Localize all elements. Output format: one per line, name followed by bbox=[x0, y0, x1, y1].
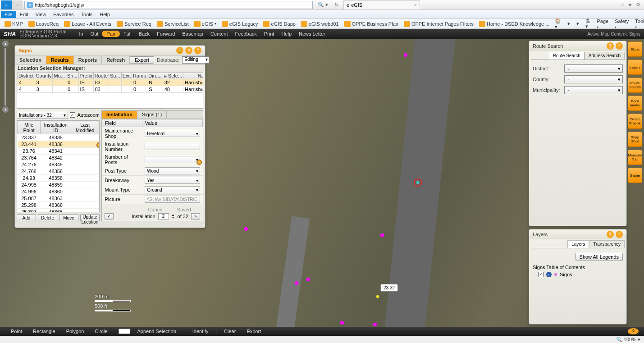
move-button[interactable]: Move bbox=[59, 214, 78, 221]
back-button[interactable]: ← bbox=[1, 0, 12, 9]
tool-snapshot[interactable]: Snap Shot bbox=[628, 132, 642, 147]
installation-row[interactable]: 24.27648349 bbox=[18, 161, 99, 168]
installation-row[interactable]: 24.9348358 bbox=[18, 175, 99, 182]
cancel-link[interactable]: Cancel bbox=[148, 207, 164, 212]
location-row[interactable]: 430IS830S48Harrisburg Expwy bbox=[18, 86, 204, 93]
bt-circle[interactable]: Circle bbox=[89, 329, 113, 334]
list-slider-knob[interactable] bbox=[96, 142, 100, 148]
nav-basemap[interactable]: Basemap bbox=[178, 31, 206, 37]
installation-row[interactable]: 25.39748368 bbox=[18, 209, 99, 213]
property-value[interactable] bbox=[145, 143, 200, 150]
county-select[interactable]: ... bbox=[564, 75, 623, 83]
tab-transparency[interactable]: Transparency bbox=[589, 240, 625, 248]
tab-layers[interactable]: Layers bbox=[567, 240, 589, 248]
bt-point[interactable]: Point bbox=[5, 329, 27, 334]
show-all-legends-button[interactable]: Show All Legends bbox=[575, 253, 623, 261]
tab-reports[interactable]: Reports bbox=[74, 56, 102, 64]
tab-refresh[interactable]: Refresh bbox=[102, 56, 130, 64]
forward-button[interactable]: → bbox=[12, 0, 23, 9]
fav-dsed-knowledge[interactable]: Home - DSED Knowledge ... bbox=[477, 21, 551, 27]
property-value[interactable]: Yes bbox=[145, 177, 200, 184]
lock-icon[interactable]: 🔒 bbox=[176, 47, 183, 54]
nav-forward[interactable]: Forward bbox=[153, 31, 178, 37]
installation-row[interactable]: 23.76448342 bbox=[18, 155, 99, 161]
tab-close-icon[interactable]: × bbox=[414, 2, 417, 8]
nav-print[interactable]: Print bbox=[260, 31, 278, 37]
menu-edit[interactable]: Edit bbox=[16, 11, 32, 18]
print-dropdown[interactable]: 🖶 ▾ bbox=[584, 18, 592, 29]
append-selection-checkbox[interactable] bbox=[119, 329, 130, 334]
sign-marker[interactable] bbox=[404, 53, 407, 57]
tool-bookmarks[interactable]: Book marks bbox=[628, 96, 642, 111]
bt-polygon[interactable]: Polygon bbox=[61, 329, 90, 334]
refresh-icon[interactable]: ↻ bbox=[334, 2, 338, 8]
zoom-slider[interactable]: ▲ ▼ bbox=[2, 41, 9, 113]
export-button[interactable]: Export bbox=[130, 56, 154, 64]
database-select[interactable]: Editing bbox=[182, 56, 209, 64]
tab-route-search[interactable]: Route Search bbox=[549, 52, 585, 59]
page-dropdown[interactable]: Page bbox=[595, 18, 610, 29]
sign-marker[interactable] bbox=[306, 278, 310, 281]
fav-kmp[interactable]: KMP bbox=[3, 21, 25, 27]
minimize-icon[interactable]: ˅ bbox=[616, 231, 623, 238]
autozoom-checkbox[interactable]: ✓ bbox=[70, 112, 75, 118]
menu-view[interactable]: View bbox=[32, 11, 50, 18]
installation-row[interactable]: 24.99548359 bbox=[18, 182, 99, 188]
bt-export[interactable]: Export bbox=[241, 329, 266, 334]
search-icon[interactable]: 🔍 ▾ bbox=[318, 2, 328, 8]
sign-marker[interactable] bbox=[340, 321, 344, 325]
help-icon[interactable]: ? bbox=[607, 231, 614, 238]
sign-marker[interactable] bbox=[380, 233, 384, 237]
menu-help[interactable]: Help bbox=[96, 11, 114, 18]
installation-row[interactable]: 25.29848366 bbox=[18, 202, 99, 209]
fav-egis-webd01[interactable]: eGIS webd01 bbox=[299, 21, 341, 27]
nav-help[interactable]: Help bbox=[278, 31, 295, 37]
highlight-marker[interactable] bbox=[376, 295, 379, 298]
sign-marker[interactable] bbox=[373, 323, 377, 326]
tool-signs[interactable]: Signs bbox=[628, 41, 642, 57]
sign-marker[interactable] bbox=[295, 281, 298, 285]
bottom-help-icon[interactable]: ? bbox=[628, 328, 639, 334]
installations-list[interactable]: Mile Point Installation ID Last Modified… bbox=[17, 120, 100, 212]
pager-value[interactable]: 2 bbox=[158, 213, 169, 220]
tab-selection[interactable]: Selection bbox=[15, 56, 46, 64]
help-icon[interactable]: ? bbox=[185, 47, 192, 54]
property-value[interactable]: Ground bbox=[145, 186, 200, 193]
fav-leavereq[interactable]: LeaveReq bbox=[27, 21, 60, 27]
nav-back[interactable]: Back bbox=[135, 31, 153, 37]
fav-egis[interactable]: eGIS bbox=[192, 21, 218, 27]
municipality-select[interactable]: ... bbox=[564, 86, 623, 94]
fav-servicelist[interactable]: ServiceList bbox=[155, 21, 191, 27]
minimize-icon[interactable]: ˅ bbox=[194, 47, 201, 54]
fav-egis-dapp[interactable]: eGIS Dapp bbox=[261, 21, 297, 27]
nav-out[interactable]: Out bbox=[87, 31, 102, 37]
tool-measure[interactable]: Measure Tool bbox=[628, 150, 642, 165]
tool-swipe[interactable]: Swipe bbox=[628, 168, 642, 183]
safety-dropdown[interactable]: Safety bbox=[613, 18, 630, 29]
zoom-out-icon[interactable]: ▼ bbox=[2, 106, 9, 113]
bt-identify[interactable]: Identify bbox=[187, 329, 214, 334]
fav-servicereq[interactable]: Service Req bbox=[115, 21, 153, 27]
district-select[interactable]: ... bbox=[564, 64, 623, 73]
browser-tab[interactable]: e eGIS × bbox=[343, 0, 420, 9]
signs-layer-checkbox[interactable]: ✓ bbox=[538, 272, 544, 277]
zoom-indicator[interactable]: 🔍 100% ▾ bbox=[616, 337, 640, 343]
fav-leave-all[interactable]: Leave - All Events bbox=[62, 21, 113, 27]
tool-create-graphic[interactable]: Create Graphic bbox=[628, 114, 642, 129]
fav-egis-legacy[interactable]: eGIS Legacy bbox=[220, 21, 260, 27]
feed-dropdown[interactable]: ▾ bbox=[566, 21, 572, 27]
pager-prev[interactable]: < bbox=[105, 213, 114, 220]
tools-dropdown[interactable]: Tools bbox=[633, 18, 644, 29]
location-table[interactable]: DistrictCountyMu...Sh...PrefixRouteSu...… bbox=[17, 72, 203, 109]
favorites-icon[interactable]: ★ bbox=[628, 2, 632, 8]
gear-icon[interactable]: ⚙ bbox=[636, 2, 640, 8]
installation-row[interactable]: 23.44148336 bbox=[18, 141, 99, 148]
home-icon[interactable]: ⌂ bbox=[621, 2, 624, 8]
tool-route-search[interactable]: Route Search bbox=[628, 78, 642, 93]
nav-pan[interactable]: Pan bbox=[102, 31, 120, 37]
info-icon[interactable]: i bbox=[546, 272, 552, 277]
address-bar[interactable]: e http://shagbegis1/egis/ bbox=[24, 1, 313, 9]
property-value[interactable]: Hereford bbox=[145, 130, 200, 137]
installations-combo[interactable]: Installations - 32 bbox=[17, 111, 68, 119]
installation-row[interactable]: 25.08748363 bbox=[18, 195, 99, 202]
